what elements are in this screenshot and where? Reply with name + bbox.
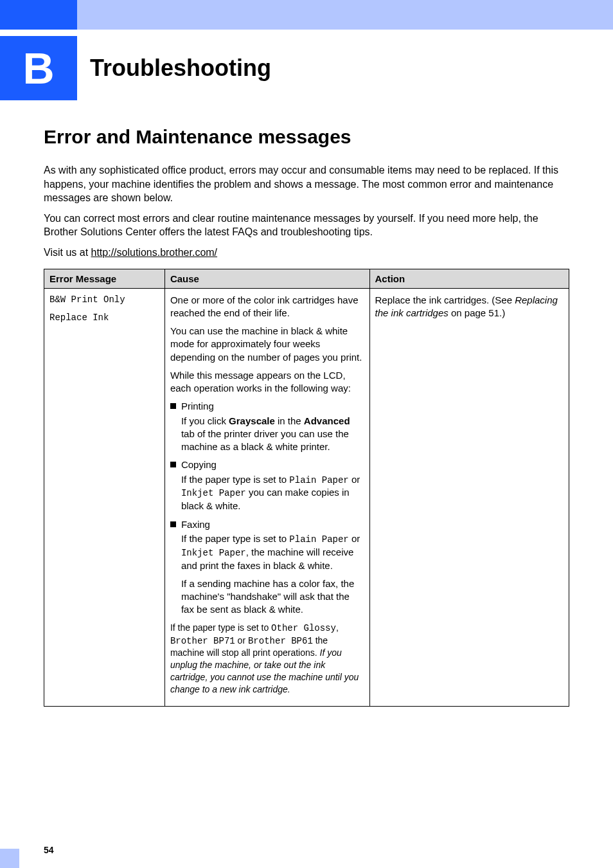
- t: Brother BP61: [248, 636, 313, 646]
- t: or: [349, 533, 360, 544]
- t: Inkjet Paper: [181, 488, 246, 498]
- chapter-letter: B: [22, 43, 54, 93]
- t: on page 51.): [449, 307, 505, 318]
- t: Plain Paper: [289, 534, 348, 545]
- err-line1: B&W Print Only: [49, 294, 159, 306]
- intro-p1: As with any sophisticated office product…: [44, 163, 569, 205]
- t: ,: [336, 622, 339, 633]
- t: Advanced: [304, 415, 350, 426]
- th-cause: Cause: [164, 269, 369, 288]
- error-table: Error Message Cause Action B&W Print Onl…: [44, 269, 569, 707]
- cell-action: Replace the ink cartridges. (See Replaci…: [369, 288, 569, 706]
- bullet-printing-sub: If you click Grayscale in the Advanced t…: [181, 415, 364, 454]
- cause-p1: One or more of the color ink cartridges …: [170, 294, 364, 320]
- t: If the paper type is set to: [181, 474, 289, 485]
- t: or: [235, 635, 248, 646]
- t: Plain Paper: [289, 475, 348, 485]
- bullet-faxing-sub1: If the paper type is set to Plain Paper …: [181, 532, 364, 572]
- t: Brother BP71: [170, 636, 235, 646]
- th-action: Action: [369, 269, 569, 288]
- solutions-link[interactable]: http://solutions.brother.com/: [91, 247, 218, 258]
- bullet-printing: Printing: [170, 400, 364, 413]
- chapter-title: Troubleshooting: [90, 55, 271, 82]
- square-bullet-icon: [170, 521, 176, 527]
- t: in the: [275, 415, 304, 426]
- cause-p3: While this message appears on the LCD, e…: [170, 369, 364, 395]
- t: Grayscale: [229, 415, 275, 426]
- th-error: Error Message: [44, 269, 165, 288]
- bullet-faxing-sub2: If a sending machine has a color fax, th…: [181, 577, 364, 617]
- intro-p2: You can correct most errors and clear ro…: [44, 212, 569, 239]
- t: Replace the ink cartridges. (See: [375, 294, 515, 305]
- bullet-copying-sub: If the paper type is set to Plain Paper …: [181, 473, 364, 513]
- cause-p2: You can use the machine in black & white…: [170, 325, 364, 364]
- bullet-copying-label: Copying: [181, 458, 364, 471]
- cell-cause: One or more of the color ink cartridges …: [164, 288, 369, 706]
- page-number: 54: [44, 845, 54, 855]
- section-title: Error and Maintenance messages: [44, 126, 569, 148]
- t: Inkjet Paper: [181, 548, 246, 558]
- top-bar: [0, 0, 613, 30]
- bullet-copying: Copying: [170, 458, 364, 471]
- page-accent: [0, 849, 19, 868]
- table-header-row: Error Message Cause Action: [44, 269, 569, 288]
- cell-error: B&W Print Only Replace Ink: [44, 288, 165, 706]
- intro-p3-prefix: Visit us at: [44, 247, 91, 258]
- t: tab of the printer driver you can use th…: [181, 428, 349, 452]
- top-bar-accent: [0, 0, 77, 30]
- t: If the paper type is set to: [170, 622, 271, 633]
- page-content: Error and Maintenance messages As with a…: [0, 100, 613, 707]
- square-bullet-icon: [170, 403, 176, 409]
- bullet-faxing-label: Faxing: [181, 518, 364, 531]
- t: Other Glossy: [271, 623, 336, 633]
- t: If you click: [181, 415, 229, 426]
- t: If the paper type is set to: [181, 533, 289, 544]
- bullet-printing-label: Printing: [181, 400, 364, 413]
- t: or: [349, 474, 360, 485]
- chapter-header: B Troubleshooting: [0, 36, 613, 100]
- square-bullet-icon: [170, 462, 176, 467]
- cause-footer: If the paper type is set to Other Glossy…: [170, 622, 364, 696]
- chapter-box: B: [0, 36, 77, 100]
- bullet-faxing: Faxing: [170, 518, 364, 531]
- err-line2: Replace Ink: [49, 312, 159, 324]
- table-row: B&W Print Only Replace Ink One or more o…: [44, 288, 569, 706]
- intro-p3: Visit us at http://solutions.brother.com…: [44, 246, 569, 260]
